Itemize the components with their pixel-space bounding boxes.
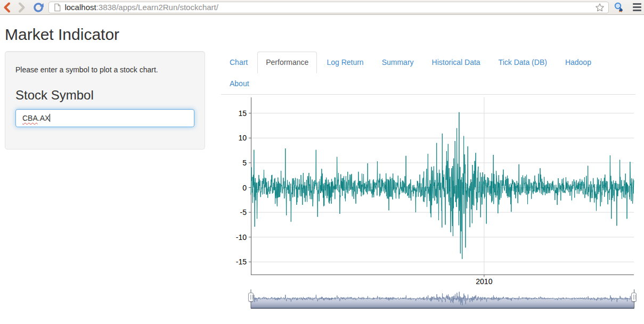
page-title: Market Indicator <box>5 26 119 44</box>
tab-hadoop[interactable]: Hadoop <box>557 52 600 73</box>
browser-toolbar: localhost:3838/apps/Learn2Run/stockchart… <box>0 0 644 15</box>
stock-symbol-heading: Stock Symbol <box>15 88 194 103</box>
range-handle-left[interactable] <box>248 293 254 302</box>
back-button[interactable] <box>1 1 14 14</box>
tab-about[interactable]: About <box>221 73 258 95</box>
range-selector-canvas[interactable] <box>221 289 635 311</box>
forward-button[interactable] <box>15 1 28 14</box>
search-extension-icon <box>613 2 625 13</box>
url-host: localhost <box>64 3 96 12</box>
sidebar-panel: Please enter a symbol to plot a stock ch… <box>5 51 205 149</box>
symbol-input[interactable]: CBA.AX <box>15 109 194 127</box>
bookmark-star-icon[interactable] <box>594 2 605 13</box>
tab-chart[interactable]: Chart <box>221 52 256 73</box>
range-handle-right[interactable] <box>631 293 637 302</box>
text-cursor <box>50 114 50 122</box>
svg-text:-15: -15 <box>236 257 247 266</box>
menu-button[interactable] <box>630 1 644 14</box>
performance-chart: -15-10-50510152010 <box>221 96 635 311</box>
tab-log-return[interactable]: Log Return <box>318 52 372 73</box>
main-panel: Chart Performance Log Return Summary His… <box>221 52 635 311</box>
svg-text:-10: -10 <box>236 233 247 242</box>
tab-summary[interactable]: Summary <box>373 52 422 73</box>
returns-chart-canvas[interactable]: -15-10-50510152010 <box>221 96 635 285</box>
svg-text:10: 10 <box>238 134 247 142</box>
reload-icon <box>32 2 44 13</box>
svg-text:2010: 2010 <box>476 277 492 285</box>
range-selector[interactable] <box>221 289 635 311</box>
symbol-value-start: CBA <box>22 114 38 122</box>
tab-tick-data-db[interactable]: Tick Data (DB) <box>490 52 556 73</box>
url-path: :3838/apps/Learn2Run/stockchart/ <box>96 3 218 12</box>
instruction-text: Please enter a symbol to plot a stock ch… <box>15 65 194 74</box>
tab-historical-data[interactable]: Historical Data <box>423 52 489 73</box>
svg-text:-5: -5 <box>240 208 247 217</box>
address-bar[interactable]: localhost:3838/apps/Learn2Run/stockchart… <box>48 2 609 13</box>
forward-icon <box>15 2 27 13</box>
back-icon <box>2 2 13 13</box>
tab-performance[interactable]: Performance <box>257 52 317 73</box>
reload-button[interactable] <box>32 1 45 14</box>
menu-icon <box>633 3 641 5</box>
svg-text:15: 15 <box>238 109 247 118</box>
tab-bar: Chart Performance Log Return Summary His… <box>221 52 635 95</box>
svg-text:0: 0 <box>242 184 247 192</box>
page-icon <box>52 3 62 12</box>
symbol-value-end: .AX <box>38 114 50 122</box>
url-text: localhost:3838/apps/Learn2Run/stockchart… <box>64 3 594 12</box>
extension-button[interactable] <box>612 1 626 14</box>
svg-text:5: 5 <box>242 159 247 167</box>
